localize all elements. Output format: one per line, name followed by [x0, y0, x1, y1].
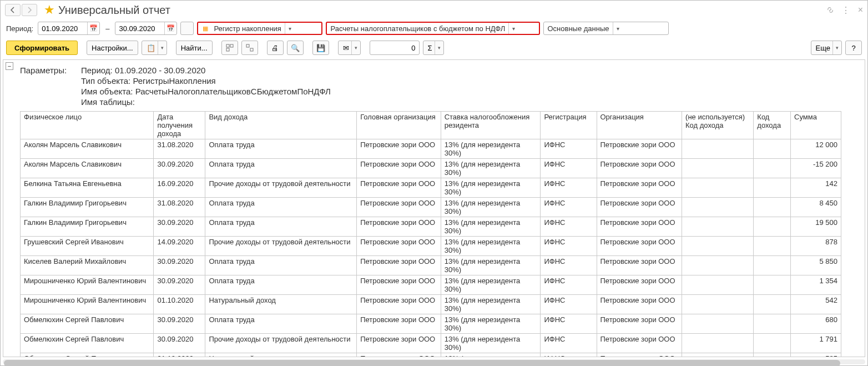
- table-cell: [754, 256, 791, 275]
- table-row[interactable]: Обмелюхин Сергей Павлович30.09.2020Оплат…: [21, 314, 841, 334]
- table-cell: 13% (для нерезидента 30%): [441, 314, 541, 334]
- table-cell: Петровские зори ООО: [357, 139, 441, 159]
- table-cell: Петровские зори ООО: [597, 198, 682, 217]
- object-name-combo[interactable]: Расчеты налогоплательщиков с бюджетом по…: [326, 22, 540, 35]
- table-cell: Петровские зори ООО: [357, 178, 441, 198]
- chevron-down-icon[interactable]: ▾: [285, 23, 295, 34]
- close-icon[interactable]: ×: [858, 5, 863, 15]
- table-cell: [682, 139, 754, 159]
- table-cell: Обмелюхин Сергей Павлович: [21, 314, 154, 334]
- table-cell: 8 450: [791, 198, 841, 217]
- table-row[interactable]: Киселев Валерий Михайлович30.09.2020Опла…: [21, 256, 841, 275]
- favorite-star-icon[interactable]: ★: [44, 3, 55, 17]
- variants-button[interactable]: 📋▾: [142, 41, 167, 55]
- table-name-combo[interactable]: Основные данные ▾: [543, 22, 669, 35]
- print-preview-button[interactable]: 🔍: [287, 41, 304, 55]
- table-row[interactable]: Аколян Марсель Славикович31.08.2020Оплат…: [21, 139, 841, 159]
- table-row[interactable]: Обмелюхин Сергей Павлович30.09.2020Прочи…: [21, 334, 841, 353]
- table-cell: 13% (для нерезидента 30%): [441, 237, 541, 256]
- chevron-down-icon[interactable]: ▾: [351, 41, 360, 54]
- col-unused-code: (не используется) Код дохода: [682, 112, 754, 139]
- period-picker-button[interactable]: [180, 22, 194, 35]
- more-button[interactable]: Еще▾: [811, 41, 842, 55]
- chevron-down-icon[interactable]: ▾: [832, 41, 841, 54]
- table-cell: 16.09.2020: [154, 178, 205, 198]
- app-window: ★ Универсальный отчет ⋮ × Период: 📅 – 📅 …: [0, 0, 868, 366]
- col-person: Физическое лицо: [21, 112, 154, 139]
- table-cell: Петровские зори ООО: [597, 353, 682, 357]
- find-button[interactable]: Найти...: [176, 41, 213, 55]
- table-row[interactable]: Галкин Владимир Григорьевич31.08.2020Опл…: [21, 198, 841, 217]
- table-cell: [682, 198, 754, 217]
- table-cell: 542: [791, 295, 841, 314]
- table-row[interactable]: Мирошниченко Юрий Валентинович01.10.2020…: [21, 295, 841, 314]
- diskette-icon: 💾: [316, 44, 325, 52]
- save-button[interactable]: 💾: [312, 41, 329, 55]
- table-cell: Оплата труда: [205, 217, 357, 237]
- table-cell: [754, 217, 791, 237]
- table-cell: Оплата труда: [205, 139, 357, 159]
- kebab-menu-icon[interactable]: ⋮: [841, 5, 851, 16]
- sigma-button[interactable]: Σ▾: [423, 41, 444, 55]
- table-cell: [754, 198, 791, 217]
- table-row[interactable]: Галкин Владимир Григорьевич30.09.2020Опл…: [21, 217, 841, 237]
- table-cell: 13% (для нерезидента 30%): [441, 353, 541, 357]
- date-to-field[interactable]: 📅: [115, 22, 177, 35]
- sum-field[interactable]: [370, 41, 420, 55]
- table-cell: Петровские зори ООО: [597, 139, 682, 159]
- table-cell: 14.09.2020: [154, 237, 205, 256]
- table-row[interactable]: Обмелюхин Сергей Павлович01.10.2020Натур…: [21, 353, 841, 357]
- table-row[interactable]: Грушевский Сергей Иванович14.09.2020Проч…: [21, 237, 841, 256]
- table-row[interactable]: Аколян Марсель Славикович30.09.2020Оплат…: [21, 159, 841, 178]
- col-rate: Ставка налогообложения резидента: [441, 112, 541, 139]
- report-area[interactable]: − Параметры: Период: 01.09.2020 - 30.09.…: [3, 59, 865, 357]
- params-line: Период: 01.09.2020 - 30.09.2020: [81, 66, 205, 75]
- settings-button[interactable]: Настройки...: [87, 41, 138, 55]
- link-icon[interactable]: [826, 6, 835, 14]
- calendar-icon[interactable]: 📅: [164, 22, 176, 34]
- table-cell: Оплата труда: [205, 314, 357, 334]
- chevron-down-icon[interactable]: ▾: [508, 23, 518, 34]
- table-cell: Оплата труда: [205, 275, 357, 295]
- calendar-icon[interactable]: 📅: [87, 22, 99, 34]
- chevron-down-icon[interactable]: ▾: [613, 22, 623, 34]
- table-row[interactable]: Белкина Татьяна Евгеньевна16.09.2020Проч…: [21, 178, 841, 198]
- help-button[interactable]: ?: [845, 41, 862, 55]
- chevron-down-icon[interactable]: ▾: [435, 41, 443, 54]
- print-button[interactable]: 🖨: [267, 41, 284, 55]
- table-cell: Петровские зори ООО: [597, 159, 682, 178]
- object-type-combo[interactable]: ▦ Регистр накопления ▾: [197, 22, 322, 35]
- send-button[interactable]: ✉▾: [338, 41, 361, 55]
- chevron-down-icon[interactable]: ▾: [158, 41, 166, 54]
- table-cell: [682, 314, 754, 334]
- table-cell: [754, 237, 791, 256]
- printer-icon: 🖨: [271, 44, 279, 52]
- tree-collapse-toggle[interactable]: −: [6, 62, 13, 70]
- generate-button[interactable]: Сформировать: [6, 41, 78, 55]
- scrollbar-thumb[interactable]: [4, 360, 840, 366]
- date-to-input[interactable]: [115, 24, 164, 33]
- table-cell: 12 000: [791, 139, 841, 159]
- back-button[interactable]: [5, 4, 21, 16]
- table-cell: ИФНС: [541, 139, 597, 159]
- table-cell: Петровские зори ООО: [597, 295, 682, 314]
- date-from-input[interactable]: [38, 24, 87, 33]
- table-cell: [682, 295, 754, 314]
- collapse-tree-button[interactable]: [241, 41, 258, 55]
- table-cell: 13% (для нерезидента 30%): [441, 139, 541, 159]
- table-cell: Обмелюхин Сергей Павлович: [21, 353, 154, 357]
- table-cell: ИФНС: [541, 334, 597, 353]
- forward-button[interactable]: [22, 4, 37, 16]
- table-cell: Мирошниченко Юрий Валентинович: [21, 275, 154, 295]
- horizontal-scrollbar[interactable]: [3, 359, 865, 364]
- table-cell: Белкина Татьяна Евгеньевна: [21, 178, 154, 198]
- col-org: Организация: [597, 112, 682, 139]
- table-cell: Петровские зори ООО: [357, 353, 441, 357]
- table-row[interactable]: Мирошниченко Юрий Валентинович30.09.2020…: [21, 275, 841, 295]
- date-from-field[interactable]: 📅: [38, 22, 100, 35]
- table-cell: Оплата труда: [205, 159, 357, 178]
- table-cell: [682, 353, 754, 357]
- expand-tree-button[interactable]: [221, 41, 238, 55]
- params-line: Имя таблицы:: [81, 97, 135, 107]
- params-header: Параметры:: [20, 66, 81, 75]
